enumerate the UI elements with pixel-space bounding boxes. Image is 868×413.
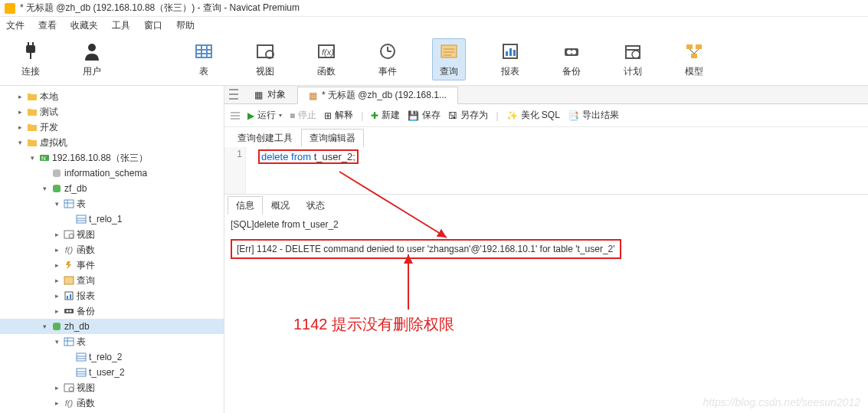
tree-item[interactable]: ▸报表 [0, 288, 224, 303]
expand-icon[interactable]: ▸ [52, 399, 61, 407]
tab-query-editor[interactable]: 查询编辑器 [301, 129, 364, 147]
svg-rect-52 [64, 309, 74, 313]
menu-favorites[interactable]: 收藏夹 [70, 19, 98, 32]
tab-profile[interactable]: 概况 [263, 196, 298, 215]
export-icon: 📑 [568, 110, 579, 121]
new-button[interactable]: ✚新建 [371, 109, 400, 122]
tree-item[interactable]: t_relo_2 [0, 349, 224, 365]
expand-icon[interactable]: ▾ [52, 200, 61, 208]
saveas-button[interactable]: 🖫另存为 [448, 109, 488, 122]
expand-icon[interactable]: ▸ [15, 93, 25, 100]
tree-item[interactable]: ▾N192.168.10.88（张三） [0, 150, 224, 166]
explain-button[interactable]: ⊞解释 [324, 109, 353, 122]
toolbar-view-button[interactable]: 视图 [248, 41, 282, 78]
stop-icon: ■ [290, 110, 295, 121]
tree-item[interactable]: ▸视图 [0, 380, 224, 395]
tree-item[interactable]: ▾表 [0, 196, 224, 211]
tree-item[interactable]: ▸查询 [0, 273, 224, 288]
folder-icon [26, 122, 38, 133]
tree-item[interactable]: t_relo_1 [0, 211, 224, 227]
tab-query-builder[interactable]: 查询创建工具 [229, 129, 301, 147]
tree-item[interactable]: ▾虚拟机 [0, 135, 224, 150]
svg-rect-23 [509, 48, 512, 56]
tab-grip-icon [229, 89, 238, 100]
view-icon [63, 382, 75, 393]
tree-item[interactable]: ▸事件 [0, 257, 224, 273]
beautify-button[interactable]: ✨美化 SQL [506, 109, 560, 122]
toolbar-report-button[interactable]: 报表 [493, 41, 527, 78]
menu-tools[interactable]: 工具 [112, 19, 130, 32]
document-tabs: ▦ 对象 ▦ * 无标题 @zh_db (192.168.1... [224, 86, 868, 104]
menu-view[interactable]: 查看 [38, 19, 57, 32]
tree-item[interactable]: ▸本地 [0, 89, 224, 104]
menu-window[interactable]: 窗口 [144, 19, 162, 32]
tree-item[interactable]: ▸备份 [0, 303, 224, 319]
toolbar-fx-button[interactable]: f(x)函数 [310, 41, 343, 78]
toolbar-event-button[interactable]: 事件 [371, 41, 405, 78]
stop-button[interactable]: ■停止 [290, 109, 316, 122]
toolbar-model-button[interactable]: 模型 [677, 41, 711, 78]
toolbar-schedule-button[interactable]: 计划 [616, 41, 650, 78]
toolbar-query-button[interactable]: 查询 [432, 38, 466, 80]
expand-icon[interactable]: ▸ [52, 307, 61, 315]
conn-icon: N [38, 152, 51, 163]
expand-icon[interactable]: ▸ [52, 384, 61, 392]
expand-icon[interactable]: ▸ [52, 292, 61, 300]
tab-status[interactable]: 状态 [298, 196, 333, 215]
model-icon [683, 41, 705, 62]
expand-icon[interactable]: ▸ [52, 277, 61, 284]
query-icon [438, 41, 460, 62]
expand-icon[interactable]: ▾ [40, 323, 49, 330]
grip-icon [231, 112, 240, 120]
result-tabs: 信息 概况 状态 [224, 195, 868, 215]
tab-query[interactable]: ▦ * 无标题 @zh_db (192.168.1... [297, 87, 458, 104]
expand-icon[interactable]: ▸ [52, 261, 61, 269]
save-button[interactable]: 💾保存 [408, 109, 441, 122]
toolbar-plug-button[interactable]: 连接 [14, 41, 47, 78]
expand-icon[interactable]: ▾ [52, 338, 61, 346]
export-button[interactable]: 📑导出结果 [568, 109, 619, 122]
svg-point-53 [67, 310, 69, 313]
expand-icon[interactable]: ▸ [52, 246, 61, 254]
toolbar-backup-button[interactable]: 备份 [555, 41, 588, 78]
expand-icon[interactable]: ▸ [15, 123, 25, 131]
tab-info[interactable]: 信息 [228, 196, 263, 215]
tree-item[interactable]: ▾zh_db [0, 319, 224, 334]
toolbar-user-button[interactable]: 用户 [75, 41, 109, 78]
svg-point-66 [69, 387, 74, 392]
tree-item[interactable]: ▸f()函数 [0, 395, 224, 411]
tree-item[interactable]: ▸测试 [0, 104, 224, 120]
tree-item[interactable]: ▾表 [0, 334, 224, 349]
table-icon [75, 352, 87, 362]
table-icon [75, 367, 87, 378]
svg-point-26 [567, 50, 572, 54]
expand-icon[interactable]: ▸ [52, 231, 61, 238]
menu-help[interactable]: 帮助 [176, 19, 195, 32]
error-text: [Err] 1142 - DELETE command denied to us… [237, 244, 615, 254]
expand-icon[interactable]: ▾ [15, 139, 25, 146]
connection-tree[interactable]: ▸本地▸测试▸开发▾虚拟机▾N192.168.10.88（张三）informat… [0, 86, 224, 413]
schedule-icon [622, 41, 644, 62]
expand-icon[interactable]: ▾ [28, 154, 37, 162]
expand-icon[interactable]: ▸ [15, 108, 25, 116]
fx-icon: f() [63, 398, 75, 408]
svg-rect-62 [77, 369, 86, 376]
tree-item[interactable]: t_user_2 [0, 365, 224, 380]
tree-item[interactable]: ▸f()函数 [0, 242, 224, 257]
menu-file[interactable]: 文件 [6, 19, 25, 32]
tab-objects[interactable]: ▦ 对象 [243, 86, 297, 103]
tree-item[interactable]: ▸开发 [0, 120, 224, 135]
svg-line-34 [689, 49, 694, 54]
table-icon [75, 214, 87, 225]
expand-icon[interactable]: ▾ [40, 185, 49, 192]
tree-item[interactable]: information_schema [0, 166, 224, 181]
event-icon [63, 260, 75, 270]
run-button[interactable]: ▶运行▾ [247, 109, 282, 122]
tree-item[interactable]: ▸视图 [0, 227, 224, 242]
report-icon [500, 41, 521, 62]
sql-editor[interactable]: 1 delete from t_user_2; [224, 147, 868, 195]
object-icon: ▦ [254, 90, 263, 100]
tree-item[interactable]: ▾zf_db [0, 181, 224, 196]
svg-point-30 [632, 51, 640, 58]
toolbar-table-button[interactable]: 表 [187, 41, 221, 78]
